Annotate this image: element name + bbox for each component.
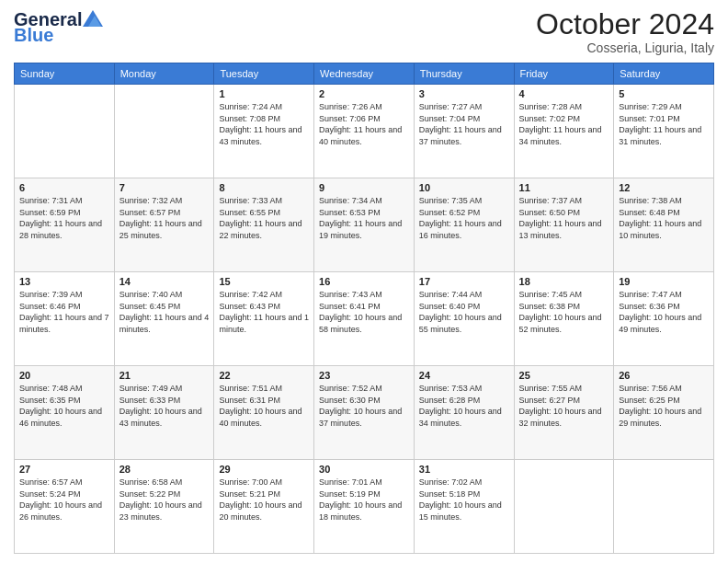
calendar-cell: 17Sunrise: 7:44 AM Sunset: 6:40 PM Dayli… [414, 272, 514, 366]
calendar-week-3: 20Sunrise: 7:48 AM Sunset: 6:35 PM Dayli… [15, 366, 714, 460]
day-info: Sunrise: 7:37 AM Sunset: 6:50 PM Dayligh… [519, 195, 609, 241]
day-number: 3 [419, 88, 509, 99]
header: General Blue October 2024 Cosseria, Ligu… [14, 9, 714, 55]
calendar-cell: 1Sunrise: 7:24 AM Sunset: 7:08 PM Daylig… [214, 85, 314, 178]
day-header-thursday: Thursday [414, 63, 514, 85]
calendar-cell [614, 460, 714, 554]
calendar-cell: 27Sunrise: 6:57 AM Sunset: 5:24 PM Dayli… [15, 460, 115, 554]
day-number: 13 [19, 276, 109, 287]
day-header-saturday: Saturday [614, 63, 714, 85]
logo-blue: Blue [14, 25, 53, 46]
day-info: Sunrise: 7:40 AM Sunset: 6:45 PM Dayligh… [119, 289, 210, 335]
calendar-week-4: 27Sunrise: 6:57 AM Sunset: 5:24 PM Dayli… [15, 460, 714, 554]
calendar-cell: 11Sunrise: 7:37 AM Sunset: 6:50 PM Dayli… [514, 178, 614, 272]
day-number: 26 [619, 370, 709, 381]
day-info: Sunrise: 7:24 AM Sunset: 7:08 PM Dayligh… [219, 101, 309, 147]
day-number: 1 [219, 88, 309, 99]
calendar-cell [114, 85, 214, 178]
day-number: 6 [19, 182, 109, 193]
calendar-cell: 3Sunrise: 7:27 AM Sunset: 7:04 PM Daylig… [414, 85, 514, 178]
calendar-cell: 13Sunrise: 7:39 AM Sunset: 6:46 PM Dayli… [15, 272, 115, 366]
location: Cosseria, Liguria, Italy [536, 40, 714, 55]
day-info: Sunrise: 7:56 AM Sunset: 6:25 PM Dayligh… [619, 383, 709, 429]
calendar-cell: 7Sunrise: 7:32 AM Sunset: 6:57 PM Daylig… [114, 178, 214, 272]
calendar-week-1: 6Sunrise: 7:31 AM Sunset: 6:59 PM Daylig… [15, 178, 714, 272]
calendar-cell: 24Sunrise: 7:53 AM Sunset: 6:28 PM Dayli… [414, 366, 514, 460]
day-info: Sunrise: 7:51 AM Sunset: 6:31 PM Dayligh… [219, 383, 309, 429]
logo-icon [83, 10, 103, 27]
day-number: 21 [119, 370, 210, 381]
day-number: 17 [419, 276, 509, 287]
day-info: Sunrise: 7:32 AM Sunset: 6:57 PM Dayligh… [119, 195, 210, 241]
calendar-cell: 22Sunrise: 7:51 AM Sunset: 6:31 PM Dayli… [214, 366, 314, 460]
day-info: Sunrise: 7:43 AM Sunset: 6:41 PM Dayligh… [319, 289, 409, 335]
day-info: Sunrise: 7:00 AM Sunset: 5:21 PM Dayligh… [219, 477, 309, 523]
title-block: October 2024 Cosseria, Liguria, Italy [536, 9, 714, 55]
day-number: 24 [419, 370, 509, 381]
day-info: Sunrise: 7:45 AM Sunset: 6:38 PM Dayligh… [519, 289, 609, 335]
day-info: Sunrise: 7:38 AM Sunset: 6:48 PM Dayligh… [619, 195, 709, 241]
page: General Blue October 2024 Cosseria, Ligu… [0, 0, 728, 563]
day-number: 5 [619, 88, 709, 99]
calendar-cell: 23Sunrise: 7:52 AM Sunset: 6:30 PM Dayli… [314, 366, 415, 460]
day-number: 15 [219, 276, 309, 287]
day-number: 4 [519, 88, 609, 99]
day-info: Sunrise: 7:26 AM Sunset: 7:06 PM Dayligh… [319, 101, 409, 147]
day-header-tuesday: Tuesday [214, 63, 314, 85]
calendar-table: SundayMondayTuesdayWednesdayThursdayFrid… [14, 63, 714, 554]
day-number: 16 [319, 276, 409, 287]
day-header-wednesday: Wednesday [314, 63, 415, 85]
calendar-cell [514, 460, 614, 554]
day-number: 28 [119, 464, 210, 475]
calendar-cell: 9Sunrise: 7:34 AM Sunset: 6:53 PM Daylig… [314, 178, 415, 272]
calendar-cell: 30Sunrise: 7:01 AM Sunset: 5:19 PM Dayli… [314, 460, 415, 554]
day-info: Sunrise: 7:28 AM Sunset: 7:02 PM Dayligh… [519, 101, 609, 147]
calendar-cell: 21Sunrise: 7:49 AM Sunset: 6:33 PM Dayli… [114, 366, 214, 460]
day-number: 22 [219, 370, 309, 381]
day-info: Sunrise: 7:27 AM Sunset: 7:04 PM Dayligh… [419, 101, 509, 147]
calendar-cell: 10Sunrise: 7:35 AM Sunset: 6:52 PM Dayli… [414, 178, 514, 272]
calendar-week-0: 1Sunrise: 7:24 AM Sunset: 7:08 PM Daylig… [15, 85, 714, 178]
day-number: 14 [119, 276, 210, 287]
calendar-cell: 31Sunrise: 7:02 AM Sunset: 5:18 PM Dayli… [414, 460, 514, 554]
calendar-cell: 26Sunrise: 7:56 AM Sunset: 6:25 PM Dayli… [614, 366, 714, 460]
day-info: Sunrise: 7:55 AM Sunset: 6:27 PM Dayligh… [519, 383, 609, 429]
day-number: 8 [219, 182, 309, 193]
day-number: 9 [319, 182, 409, 193]
calendar-cell: 20Sunrise: 7:48 AM Sunset: 6:35 PM Dayli… [15, 366, 115, 460]
day-info: Sunrise: 7:39 AM Sunset: 6:46 PM Dayligh… [19, 289, 109, 335]
day-number: 20 [19, 370, 109, 381]
month-year: October 2024 [536, 9, 714, 39]
day-number: 29 [219, 464, 309, 475]
calendar-cell: 4Sunrise: 7:28 AM Sunset: 7:02 PM Daylig… [514, 85, 614, 178]
calendar-cell: 8Sunrise: 7:33 AM Sunset: 6:55 PM Daylig… [214, 178, 314, 272]
calendar-cell: 5Sunrise: 7:29 AM Sunset: 7:01 PM Daylig… [614, 85, 714, 178]
day-info: Sunrise: 7:33 AM Sunset: 6:55 PM Dayligh… [219, 195, 309, 241]
calendar-cell: 28Sunrise: 6:58 AM Sunset: 5:22 PM Dayli… [114, 460, 214, 554]
calendar-cell: 29Sunrise: 7:00 AM Sunset: 5:21 PM Dayli… [214, 460, 314, 554]
calendar-cell: 18Sunrise: 7:45 AM Sunset: 6:38 PM Dayli… [514, 272, 614, 366]
day-number: 23 [319, 370, 409, 381]
calendar-cell: 2Sunrise: 7:26 AM Sunset: 7:06 PM Daylig… [314, 85, 415, 178]
calendar-header-row: SundayMondayTuesdayWednesdayThursdayFrid… [15, 63, 714, 85]
calendar-cell: 19Sunrise: 7:47 AM Sunset: 6:36 PM Dayli… [614, 272, 714, 366]
day-info: Sunrise: 7:48 AM Sunset: 6:35 PM Dayligh… [19, 383, 109, 429]
day-info: Sunrise: 7:53 AM Sunset: 6:28 PM Dayligh… [419, 383, 509, 429]
day-header-sunday: Sunday [15, 63, 115, 85]
day-info: Sunrise: 7:02 AM Sunset: 5:18 PM Dayligh… [419, 477, 509, 523]
day-number: 25 [519, 370, 609, 381]
calendar-cell: 25Sunrise: 7:55 AM Sunset: 6:27 PM Dayli… [514, 366, 614, 460]
calendar-cell: 14Sunrise: 7:40 AM Sunset: 6:45 PM Dayli… [114, 272, 214, 366]
day-info: Sunrise: 7:35 AM Sunset: 6:52 PM Dayligh… [419, 195, 509, 241]
day-number: 10 [419, 182, 509, 193]
calendar-cell: 16Sunrise: 7:43 AM Sunset: 6:41 PM Dayli… [314, 272, 415, 366]
day-number: 31 [419, 464, 509, 475]
day-info: Sunrise: 6:57 AM Sunset: 5:24 PM Dayligh… [19, 477, 109, 523]
day-number: 7 [119, 182, 210, 193]
day-header-friday: Friday [514, 63, 614, 85]
calendar-cell: 12Sunrise: 7:38 AM Sunset: 6:48 PM Dayli… [614, 178, 714, 272]
day-info: Sunrise: 7:34 AM Sunset: 6:53 PM Dayligh… [319, 195, 409, 241]
day-number: 18 [519, 276, 609, 287]
day-info: Sunrise: 7:42 AM Sunset: 6:43 PM Dayligh… [219, 289, 309, 335]
day-info: Sunrise: 7:47 AM Sunset: 6:36 PM Dayligh… [619, 289, 709, 335]
